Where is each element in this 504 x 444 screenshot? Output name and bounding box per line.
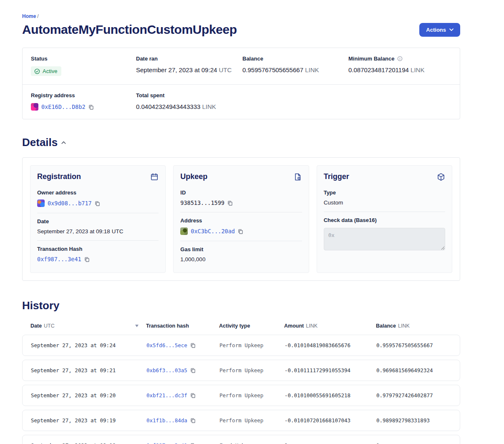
status-badge: Active (31, 66, 61, 76)
row-amount: -0.010104819083665676 (285, 342, 376, 348)
transaction-hash-field: Transaction Hash 0xf987...3e41 (37, 240, 159, 268)
owner-address-link[interactable]: 0x9d08...b717 (48, 200, 92, 207)
details-heading: Details (22, 136, 58, 149)
history-rows: September 27, 2023 at 09:24 0x5fd6...5ec… (22, 335, 460, 444)
gas-limit-field: Gas limit 1,000,000 (180, 241, 302, 268)
row-date: September 27, 2023 at 09:24 (31, 342, 146, 348)
total-spent-value: 0.04042324943443333 (136, 103, 200, 110)
balance-field: Balance 0.9595767505655667 LINK (242, 56, 348, 76)
column-header-balance[interactable]: Balance LINK (376, 323, 452, 329)
transaction-hash-link[interactable]: 0xb6f3...03a5 (146, 367, 187, 373)
row-balance: 0.9595767505655667 (376, 342, 451, 348)
registration-date-value: September 27, 2023 at 09:18 UTC (37, 228, 159, 235)
column-header-activity[interactable]: Activity type (219, 323, 284, 329)
copy-icon[interactable] (84, 257, 90, 262)
upkeep-id-value: 938513...1599 (180, 199, 224, 206)
trigger-type-value: Custom (324, 199, 445, 206)
total-spent-unit: LINK (202, 103, 216, 110)
date-ran-label: Date ran (136, 56, 242, 62)
row-hash: 0xb6f3...03a5 (146, 367, 219, 373)
copy-icon[interactable] (88, 104, 94, 110)
gas-limit-label: Gas limit (180, 246, 302, 252)
row-hash: 0x5fd6...5ece (146, 342, 219, 348)
check-data-field: Check data (Base16) (324, 212, 445, 257)
owner-address-label: Owner address (37, 189, 159, 196)
amount-column-unit: LINK (306, 323, 318, 329)
status-label: Status (31, 56, 136, 62)
sort-descending-icon[interactable] (135, 325, 139, 327)
row-date: September 27, 2023 at 09:20 (31, 392, 146, 399)
total-spent-label: Total spent (136, 92, 242, 98)
balance-column-label: Balance (376, 323, 396, 329)
upkeep-address-link[interactable]: 0xC3bC...20ad (191, 228, 235, 235)
registration-date-label: Date (37, 218, 159, 225)
column-header-hash[interactable]: Transaction hash (146, 323, 219, 329)
transaction-hash-link[interactable]: 0x5fd6...5ece (146, 342, 187, 348)
row-amount: -0.010100055691605218 (285, 392, 376, 399)
balance-unit: LINK (305, 66, 319, 73)
upkeep-id-field: ID 938513...1599 (180, 184, 302, 212)
row-activity: Perform Upkeep (219, 342, 285, 348)
row-activity: Perform Upkeep (219, 367, 285, 373)
upkeep-detail-page: Home/ AutomateMyFunctionCustomUpkeep Act… (22, 0, 460, 444)
trigger-type-label: Type (324, 189, 445, 196)
chevron-down-icon (449, 28, 454, 31)
row-activity: Fund Upkeep (219, 442, 285, 444)
registry-identicon (31, 103, 38, 111)
transaction-hash-link[interactable]: 0xbf21...dc3f (146, 392, 187, 399)
row-activity: Perform Upkeep (219, 417, 285, 424)
copy-icon[interactable] (190, 418, 196, 423)
copy-icon[interactable] (227, 200, 233, 206)
registration-title: Registration (37, 172, 81, 181)
owner-identicon (37, 199, 45, 207)
balance-column-unit: LINK (398, 323, 410, 329)
page-header: AutomateMyFunctionCustomUpkeep Actions (22, 23, 460, 37)
table-row: September 27, 2023 at 09:24 0x5fd6...5ec… (22, 335, 460, 356)
min-balance-field: Minimum Balance 0.0870234817201194 LINK (348, 56, 451, 76)
check-circle-icon (34, 68, 40, 74)
balance-value: 0.9595767505655667 (242, 66, 303, 73)
row-date: September 27, 2023 at 09:18 (31, 442, 146, 444)
date-ran-field: Date ran September 27, 2023 at 09:24 UTC (136, 56, 242, 76)
amount-column-label: Amount (284, 323, 304, 329)
row-balance: 0.9797927426402877 (376, 392, 451, 399)
upkeep-panel: Upkeep ID 938513...1599 Address 0x (173, 165, 309, 273)
min-balance-unit: LINK (411, 66, 424, 73)
collapse-chevron-up-icon[interactable] (61, 141, 66, 144)
copy-icon[interactable] (95, 201, 100, 206)
check-data-input[interactable] (324, 228, 445, 250)
row-amount: 1 (285, 442, 376, 444)
registry-address-field: Registry address 0xE16D...D8b2 (31, 92, 136, 111)
details-heading-row: Details (22, 136, 460, 149)
table-row: September 27, 2023 at 09:21 0xb6f3...03a… (22, 360, 460, 381)
owner-address-field: Owner address 0x9d08...b717 (37, 184, 159, 213)
details-card: Registration Owner address 0x9d08...b717… (22, 157, 460, 281)
copy-icon[interactable] (190, 393, 196, 398)
registration-date-field: Date September 27, 2023 at 09:18 UTC (37, 213, 159, 240)
check-data-label: Check data (Base16) (324, 217, 445, 223)
actions-button[interactable]: Actions (419, 23, 460, 37)
registration-panel: Registration Owner address 0x9d08...b717… (30, 165, 166, 273)
info-icon[interactable] (397, 56, 403, 61)
column-header-date[interactable]: Date UTC (30, 323, 146, 329)
breadcrumb-home-link[interactable]: Home (22, 13, 36, 19)
summary-card: Status Active Date ran September 27, 202… (22, 48, 460, 119)
row-amount: -0.010111172991055394 (285, 367, 376, 373)
column-header-amount[interactable]: Amount LINK (284, 323, 376, 329)
page-title: AutomateMyFunctionCustomUpkeep (22, 23, 237, 37)
registry-address-link[interactable]: 0xE16D...D8b2 (41, 103, 86, 110)
copy-icon[interactable] (190, 368, 196, 373)
transaction-hash-link[interactable]: 0x1f1b...84da (146, 417, 187, 424)
transaction-hash-label: Transaction Hash (37, 246, 159, 252)
activity-column-label: Activity type (219, 323, 250, 329)
gas-limit-value: 1,000,000 (180, 256, 302, 262)
registration-tx-link[interactable]: 0xf987...3e41 (37, 256, 81, 262)
date-column-unit: UTC (44, 323, 55, 329)
date-ran-unit: UTC (219, 66, 232, 73)
copy-icon[interactable] (190, 343, 196, 348)
row-hash: 0x1f1b...84da (146, 417, 219, 424)
row-amount: -0.010107201668107043 (285, 417, 376, 424)
transaction-hash-link[interactable]: 0xf987...3e41 (146, 442, 187, 444)
breadcrumb-separator: / (37, 13, 38, 19)
copy-icon[interactable] (238, 229, 243, 234)
